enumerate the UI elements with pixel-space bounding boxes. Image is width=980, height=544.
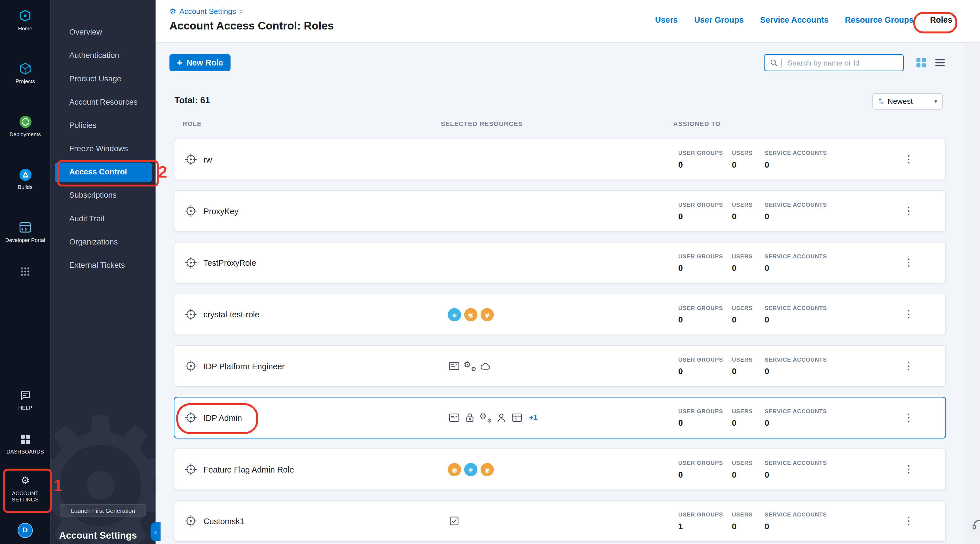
tab-users[interactable]: Users: [655, 15, 678, 24]
stat-label: SERVICE ACCOUNTS: [765, 150, 865, 156]
gear-icon: ⚙: [169, 7, 176, 16]
chevron-left-icon: ‹: [154, 527, 158, 536]
sidebar-item-subscriptions[interactable]: Subscriptions: [51, 184, 156, 207]
rail-item-account-settings[interactable]: ⚙ ACCOUNT SETTINGS: [0, 474, 51, 503]
tab-service-accounts[interactable]: Service Accounts: [760, 15, 829, 24]
row-menu-button[interactable]: ⋮: [901, 255, 916, 270]
gear-icon: ⚙: [21, 474, 30, 488]
sort-dropdown[interactable]: ⇅ Newest ▾: [872, 93, 943, 110]
table-row[interactable]: Feature Flag Admin Role ◉ ◈ ◉ USER GROUP…: [174, 449, 946, 490]
rail-item-projects[interactable]: Projects: [0, 62, 51, 84]
rail-item-all-modules[interactable]: [0, 265, 51, 278]
stat-label: USERS: [732, 460, 765, 466]
stat-value: 0: [732, 263, 765, 272]
stat-label: USER GROUPS: [678, 305, 732, 311]
role-target-icon: [185, 256, 197, 269]
stat-value: 0: [732, 211, 765, 221]
roles-list: rw USER GROUPS0 USERS0 SERVICE ACCOUNTS0…: [174, 139, 946, 544]
page-header: ⚙ Account Settings > Account Access Cont…: [156, 0, 980, 43]
stat-value: 0: [732, 160, 765, 169]
sidebar-item-account-resources[interactable]: Account Resources: [51, 91, 156, 114]
new-role-label: New Role: [186, 58, 223, 67]
rail-item-builds[interactable]: Builds: [0, 168, 51, 190]
grid-view-icon[interactable]: [916, 57, 926, 68]
row-menu-button[interactable]: ⋮: [901, 307, 916, 322]
search-input[interactable]: [786, 57, 898, 68]
rail-label: Builds: [18, 184, 32, 191]
gears-icon: ⚙⚙: [464, 359, 476, 372]
stat-label: USER GROUPS: [678, 356, 732, 363]
list-view-icon[interactable]: [935, 57, 945, 68]
module-rail: Home Projects Deployments Builds Develop…: [0, 0, 51, 544]
resources-cell: ⚙⚙ +1: [448, 411, 678, 424]
gear-watermark-icon: ⚙: [51, 393, 156, 544]
sidebar-title: Account Settings: [59, 530, 137, 541]
new-role-button[interactable]: + New Role: [169, 54, 231, 71]
stat-value: 0: [678, 470, 732, 479]
resources-cell: ◈ ◉ ◉: [448, 308, 678, 321]
sidebar-item-access-control[interactable]: Access Control: [55, 162, 152, 182]
rail-item-dashboards[interactable]: DASHBOARDS: [0, 432, 51, 455]
rail-item-profile[interactable]: D: [0, 523, 51, 538]
more-resources-badge[interactable]: +1: [529, 413, 538, 422]
column-header-assigned: ASSIGNED TO: [673, 120, 721, 127]
breadcrumb-account-settings-link[interactable]: Account Settings: [179, 7, 236, 16]
table-row[interactable]: rw USER GROUPS0 USERS0 SERVICE ACCOUNTS0…: [174, 139, 946, 180]
row-menu-button[interactable]: ⋮: [901, 410, 916, 425]
tab-roles[interactable]: Roles: [930, 15, 953, 24]
role-cell: Feature Flag Admin Role: [185, 463, 448, 476]
rail-item-deployments[interactable]: Deployments: [0, 115, 51, 137]
badge-glyph: ◉: [452, 466, 457, 473]
tab-resource-groups[interactable]: Resource Groups: [845, 15, 914, 24]
resource-module-badge: ◉: [480, 463, 494, 476]
row-menu-button[interactable]: ⋮: [901, 152, 916, 167]
rail-item-developer-portal[interactable]: Developer Portal: [0, 220, 51, 243]
tab-user-groups[interactable]: User Groups: [694, 15, 744, 24]
assigned-stats: USER GROUPS0 USERS0 SERVICE ACCOUNTS0: [678, 408, 865, 428]
rail-label: HELP: [18, 404, 32, 411]
table-row[interactable]: ProxyKey USER GROUPS0 USERS0 SERVICE ACC…: [174, 190, 946, 232]
row-menu-button[interactable]: ⋮: [901, 358, 916, 374]
resource-module-badge: ◈: [448, 308, 461, 321]
row-menu-button[interactable]: ⋮: [901, 462, 916, 477]
sidebar-item-overview[interactable]: Overview: [51, 21, 156, 44]
table-row[interactable]: IDP Platform Engineer ⚙⚙ USER GROUPS0 US…: [174, 345, 946, 387]
sidebar-collapse-handle[interactable]: ‹: [151, 522, 161, 541]
sidebar-item-external-tickets[interactable]: External Tickets: [51, 254, 156, 277]
support-headset-icon[interactable]: [970, 517, 980, 533]
sidebar-item-audit-trail[interactable]: Audit Trail: [51, 207, 156, 231]
table-row[interactable]: crystal-test-role ◈ ◉ ◉ USER GROUPS0 USE…: [174, 294, 946, 335]
role-name: TestProxyRole: [203, 258, 256, 267]
table-row[interactable]: Customsk1 USER GROUPS1 USERS0 SERVICE AC…: [174, 500, 946, 542]
role-name: IDP Platform Engineer: [203, 361, 285, 371]
stat-label: SERVICE ACCOUNTS: [765, 408, 865, 414]
breadcrumb: ⚙ Account Settings >: [169, 7, 243, 16]
resource-module-badge: ◉: [464, 308, 477, 321]
role-cell: IDP Platform Engineer: [185, 359, 448, 372]
text-cursor: [781, 58, 782, 67]
assigned-stats: USER GROUPS1 USERS0 SERVICE ACCOUNTS0: [678, 511, 865, 531]
table-row-idp-admin[interactable]: IDP Admin ⚙⚙ +1 USER GROUPS0 USERS0 SERV…: [174, 397, 946, 439]
assigned-stats: USER GROUPS0 USERS0 SERVICE ACCOUNTS0: [678, 460, 865, 479]
chevron-down-icon: ▾: [934, 98, 937, 104]
id-card-icon: [448, 411, 460, 424]
id-card-icon: [448, 359, 460, 372]
sidebar-item-authentication[interactable]: Authentication: [51, 44, 156, 67]
stat-value: 0: [765, 366, 865, 376]
rail-label: Developer Portal: [5, 237, 45, 243]
launch-first-generation-button[interactable]: Launch First Generation: [60, 504, 146, 517]
row-menu-button[interactable]: ⋮: [901, 204, 916, 218]
sidebar-item-freeze-windows[interactable]: Freeze Windows: [51, 137, 156, 161]
sidebar-item-organizations[interactable]: Organizations: [51, 231, 156, 254]
rail-item-home[interactable]: Home: [0, 9, 51, 32]
stat-value: 0: [765, 418, 865, 428]
sidebar-item-product-usage[interactable]: Product Usage: [51, 67, 156, 91]
table-row[interactable]: TestProxyRole USER GROUPS0 USERS0 SERVIC…: [174, 242, 946, 284]
stat-label: SERVICE ACCOUNTS: [765, 305, 865, 311]
role-target-icon: [185, 205, 197, 217]
rail-item-help[interactable]: HELP: [0, 388, 51, 411]
rail-label: DASHBOARDS: [6, 449, 44, 455]
row-menu-button[interactable]: ⋮: [901, 513, 916, 528]
sidebar-item-policies[interactable]: Policies: [51, 114, 156, 137]
stat-label: USER GROUPS: [678, 201, 732, 208]
